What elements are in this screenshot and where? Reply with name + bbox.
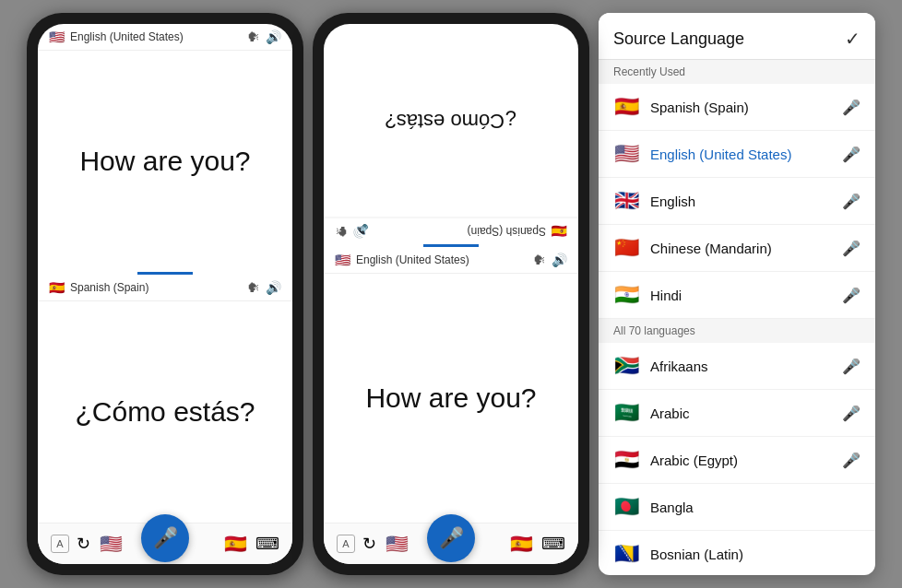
tts-icon-2[interactable]: 🗣 — [247, 280, 260, 295]
target-flag: 🇪🇸 — [49, 280, 65, 295]
all-languages-header: All 70 languages — [599, 319, 875, 343]
us-flag[interactable]: 🇺🇸 — [98, 531, 124, 557]
arabic-label: Arabic — [650, 406, 831, 421]
target-lang-name: Spanish (Spain) — [70, 281, 242, 294]
phone2-bottom-speaker[interactable]: 🔊 — [552, 253, 567, 267]
phone-2-screen: 🇪🇸 Spanish (Spain) 🔊 🗣 ¿Cómo estás? 🇺🇸 E… — [324, 24, 578, 564]
phone2-bottom-flag: 🇺🇸 — [335, 253, 350, 267]
speaker-icon-2[interactable]: 🔊 — [266, 280, 281, 295]
english-us-label: English (United States) — [650, 147, 831, 162]
bottom-bar-2: A ↻ 🇺🇸 🎤 🇪🇸 ⌨ — [324, 523, 578, 564]
hindi-label: Hindi — [650, 288, 831, 303]
phone2-bottom-lang-bar[interactable]: 🇺🇸 English (United States) 🗣 🔊 — [324, 247, 578, 274]
hindi-flag: 🇮🇳 — [613, 283, 639, 307]
keyboard-icon-2[interactable]: ⌨ — [541, 534, 565, 554]
hindi-mic[interactable]: 🎤 — [842, 287, 860, 304]
lang-item-arabic[interactable]: 🇸🇦 Arabic 🎤 — [599, 390, 875, 437]
speaker-icon[interactable]: 🔊 — [266, 29, 281, 44]
right-icons-2: 🇪🇸 ⌨ — [508, 531, 565, 557]
arabic-egypt-mic[interactable]: 🎤 — [842, 452, 860, 469]
bottom-bar: A ↻ 🇺🇸 🎤 🇪🇸 ⌨ — [38, 523, 292, 564]
keyboard-icon[interactable]: ⌨ — [255, 534, 279, 554]
spanish-spain-mic[interactable]: 🎤 — [842, 99, 860, 116]
english-mic[interactable]: 🎤 — [842, 193, 860, 210]
english-us-flag: 🇺🇸 — [613, 142, 639, 166]
refresh-icon-2[interactable]: ↻ — [362, 534, 376, 554]
translate-icon-2[interactable]: A — [337, 535, 355, 553]
lang-item-hindi[interactable]: 🇮🇳 Hindi 🎤 — [599, 272, 875, 319]
refresh-icon[interactable]: ↻ — [77, 534, 90, 554]
source-flag: 🇺🇸 — [49, 29, 65, 44]
source-lang-name: English (United States) — [70, 30, 242, 43]
english-label: English — [650, 194, 831, 209]
phone2-speaker[interactable]: 🔊 — [353, 224, 369, 239]
lang-item-chinese[interactable]: 🇨🇳 Chinese (Mandarin) 🎤 — [599, 225, 875, 272]
chinese-label: Chinese (Mandarin) — [650, 241, 831, 256]
arabic-egypt-label: Arabic (Egypt) — [650, 453, 831, 468]
lang-item-bangla[interactable]: 🇧🇩 Bangla — [599, 484, 875, 531]
english-us-mic[interactable]: 🎤 — [842, 146, 860, 163]
bangla-label: Bangla — [650, 500, 860, 515]
lang-panel-title: Source Language — [613, 29, 744, 49]
phone-1-screen: 🇺🇸 English (United States) 🗣 🔊 How are y… — [38, 24, 292, 564]
source-icons: 🗣 🔊 — [247, 29, 281, 44]
lang-item-bosnian[interactable]: 🇧🇦 Bosnian (Latin) — [599, 531, 875, 575]
language-list: Recently Used 🇪🇸 Spanish (Spain) 🎤 🇺🇸 En… — [599, 60, 875, 575]
left-icons-2: A ↻ 🇺🇸 — [337, 531, 409, 557]
mic-button-2[interactable]: 🎤 — [427, 514, 475, 562]
spanish-spain-flag: 🇪🇸 — [613, 95, 639, 119]
mic-button[interactable]: 🎤 — [141, 514, 189, 562]
arabic-egypt-flag: 🇪🇬 — [613, 448, 639, 472]
phone2-tts[interactable]: 🗣 — [335, 224, 348, 239]
afrikaans-mic[interactable]: 🎤 — [842, 358, 860, 375]
afrikaans-flag: 🇿🇦 — [613, 354, 639, 378]
es-flag[interactable]: 🇪🇸 — [222, 531, 248, 557]
bangla-flag: 🇧🇩 — [613, 495, 639, 519]
language-panel: Source Language ✓ Recently Used 🇪🇸 Spani… — [599, 13, 875, 575]
chinese-mic[interactable]: 🎤 — [842, 240, 860, 257]
phone2-bottom-tts[interactable]: 🗣 — [533, 253, 546, 267]
lang-item-arabic-egypt[interactable]: 🇪🇬 Arabic (Egypt) 🎤 — [599, 437, 875, 484]
phone-2: 🇪🇸 Spanish (Spain) 🔊 🗣 ¿Cómo estás? 🇺🇸 E… — [313, 13, 589, 575]
phone2-top-flag: 🇪🇸 — [552, 224, 567, 239]
translate-icon[interactable]: A — [51, 535, 69, 553]
lang-item-english[interactable]: 🇬🇧 English 🎤 — [599, 178, 875, 225]
recently-used-header: Recently Used — [599, 60, 875, 84]
check-icon[interactable]: ✓ — [845, 28, 860, 50]
source-lang-bar[interactable]: 🇺🇸 English (United States) 🗣 🔊 — [38, 24, 292, 51]
left-icons: A ↻ 🇺🇸 — [51, 531, 124, 557]
arabic-mic[interactable]: 🎤 — [842, 405, 860, 422]
bosnian-label: Bosnian (Latin) — [650, 547, 860, 562]
target-lang-bar[interactable]: 🇪🇸 Spanish (Spain) 🗣 🔊 — [38, 275, 292, 301]
phone2-flipped-text: ¿Cómo estás? — [324, 24, 578, 218]
right-icons: 🇪🇸 ⌨ — [222, 531, 279, 557]
lang-item-spanish-spain[interactable]: 🇪🇸 Spanish (Spain) 🎤 — [599, 84, 875, 131]
chinese-flag: 🇨🇳 — [613, 236, 639, 260]
tts-icon[interactable]: 🗣 — [247, 29, 260, 44]
target-text: ¿Cómo estás? — [38, 301, 292, 523]
spanish-spain-label: Spanish (Spain) — [650, 100, 831, 115]
bosnian-flag: 🇧🇦 — [613, 542, 639, 566]
phone2-bottom-lang-name: English (United States) — [356, 253, 528, 266]
arabic-flag: 🇸🇦 — [613, 401, 639, 425]
phone2-top-lang-name: Spanish (Spain) — [374, 225, 546, 238]
es-flag-2[interactable]: 🇪🇸 — [508, 531, 534, 557]
phone-1: 🇺🇸 English (United States) 🗣 🔊 How are y… — [27, 13, 303, 575]
phone2-top-lang-bar[interactable]: 🇪🇸 Spanish (Spain) 🔊 🗣 — [324, 218, 578, 244]
target-icons: 🗣 🔊 — [247, 280, 281, 295]
us-flag-2[interactable]: 🇺🇸 — [384, 531, 409, 557]
english-flag: 🇬🇧 — [613, 189, 639, 213]
source-text: How are you? — [38, 51, 292, 272]
afrikaans-label: Afrikaans — [650, 359, 831, 374]
lang-item-english-us[interactable]: 🇺🇸 English (United States) 🎤 — [599, 131, 875, 178]
lang-panel-header: Source Language ✓ — [599, 13, 875, 60]
lang-item-afrikaans[interactable]: 🇿🇦 Afrikaans 🎤 — [599, 343, 875, 390]
phone2-bottom-text: How are you? — [324, 274, 578, 523]
